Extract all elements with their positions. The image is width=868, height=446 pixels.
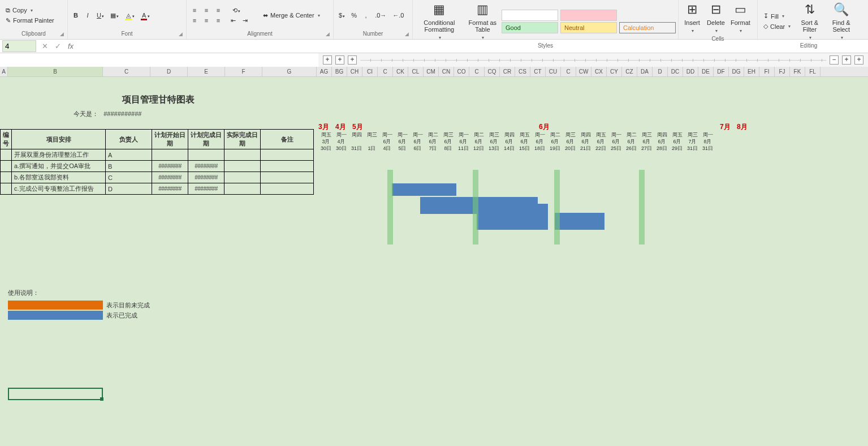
col-header[interactable]: CO (454, 67, 469, 76)
delete-button[interactable]: ⊟Delete▾ (705, 1, 727, 35)
border-button[interactable]: ▦▾ (107, 11, 122, 20)
italic-button[interactable]: I (82, 11, 93, 20)
style-calculation[interactable]: Calculation (619, 22, 676, 33)
style-good[interactable]: Good (502, 22, 558, 33)
insert-button[interactable]: ⊞Insert▾ (681, 1, 703, 35)
col-header[interactable]: FK (790, 67, 805, 76)
col-header[interactable]: E (188, 67, 225, 76)
col-header[interactable]: BG (332, 67, 347, 76)
copy-button[interactable]: ⧉Copy▾ (2, 6, 58, 15)
col-header[interactable]: DE (698, 67, 714, 76)
col-header[interactable]: CT (530, 67, 546, 76)
col-header[interactable]: FI (759, 67, 775, 76)
currency-button[interactable]: $▾ (336, 11, 348, 20)
align-right-button[interactable]: ≡ (213, 16, 224, 25)
col-header[interactable]: CL (408, 67, 424, 76)
percent-button[interactable]: % (348, 11, 360, 20)
align-center-button[interactable]: ≡ (201, 16, 212, 25)
selected-cell[interactable] (8, 388, 103, 400)
col-header[interactable]: FL (805, 67, 821, 76)
th-plan-end[interactable]: 计划完成日期 (188, 130, 224, 149)
fill-color-button[interactable]: ◬▾ (122, 11, 137, 20)
align-top-button[interactable]: ≡ (189, 6, 200, 15)
merge-center-button[interactable]: ⬌Merge & Center▾ (260, 11, 323, 20)
col-header[interactable]: DG (729, 67, 744, 76)
format-as-table-button[interactable]: ▥Format as Table▾ (465, 1, 500, 41)
col-header[interactable]: C (103, 67, 150, 76)
outline-expand-button[interactable]: + (842, 55, 851, 65)
col-header[interactable]: EH (744, 67, 759, 76)
outline-expand-button[interactable]: + (335, 55, 344, 65)
th-remark[interactable]: 备注 (261, 130, 314, 149)
col-header[interactable]: C (469, 67, 485, 76)
col-header[interactable]: CK (393, 67, 408, 76)
fx-icon[interactable]: fx (64, 42, 77, 50)
align-bottom-button[interactable]: ≡ (213, 6, 224, 15)
table-row[interactable]: c.完成公司专项整治工作报告D################ (1, 183, 314, 195)
col-header[interactable]: CY (607, 67, 622, 76)
decrease-indent-button[interactable]: ⇤ (227, 16, 239, 25)
style-bad[interactable] (560, 10, 617, 21)
col-header[interactable]: C (378, 67, 393, 76)
th-actual-end[interactable]: 实际完成日期 (224, 130, 261, 149)
conditional-formatting-button[interactable]: ▦Conditional Formatting▾ (415, 1, 464, 41)
fill-button[interactable]: ↧Fill▾ (760, 11, 794, 21)
col-header[interactable]: DC (668, 67, 683, 76)
cancel-formula-icon[interactable]: ✕ (38, 41, 51, 52)
bold-button[interactable]: B (70, 11, 81, 20)
table-row[interactable]: a.撰写通知，并提交OA审批B################ (1, 161, 314, 172)
task-table[interactable]: 编号 项目安排 负责人 计划开始日期 计划完成日期 实际完成日期 备注 开展双重… (0, 129, 314, 195)
th-task[interactable]: 项目安排 (12, 130, 106, 149)
decrease-decimal-button[interactable]: ←.0 (390, 11, 407, 20)
outline-expand-button[interactable]: + (348, 55, 357, 65)
col-header[interactable]: A (0, 67, 8, 76)
col-header[interactable]: CS (515, 67, 530, 76)
col-header[interactable]: F (225, 67, 262, 76)
col-header[interactable]: G (262, 67, 317, 76)
col-header[interactable]: DF (714, 67, 729, 76)
col-header[interactable]: CZ (622, 67, 637, 76)
col-header[interactable]: CN (439, 67, 454, 76)
col-header[interactable]: AG (317, 67, 332, 76)
table-row[interactable]: 开展双重身份清理整治工作A (1, 149, 314, 161)
col-header[interactable]: D (653, 67, 668, 76)
format-painter-button[interactable]: ✎Format Painter (2, 16, 58, 25)
outline-expand-button[interactable]: + (323, 55, 332, 65)
col-header[interactable]: CM (424, 67, 439, 76)
col-header[interactable]: CW (576, 67, 591, 76)
find-select-button[interactable]: 🔍Find & Select▾ (825, 1, 857, 41)
orientation-button[interactable]: ⟲▾ (230, 6, 243, 15)
dialog-launcher-icon[interactable]: ◢ (405, 31, 409, 37)
col-header[interactable]: FJ (775, 67, 790, 76)
col-header[interactable]: CR (500, 67, 515, 76)
font-color-button[interactable]: A▾ (138, 11, 153, 20)
underline-button[interactable]: U▾ (94, 11, 107, 20)
dialog-launcher-icon[interactable]: ◢ (326, 31, 330, 37)
comma-button[interactable]: , (360, 11, 372, 20)
col-header[interactable]: CH (347, 67, 362, 76)
col-header[interactable]: D (150, 67, 188, 76)
sort-filter-button[interactable]: ⇅Sort & Filter▾ (795, 1, 824, 41)
increase-indent-button[interactable]: ⇥ (239, 16, 251, 25)
format-button[interactable]: ▭Format▾ (728, 1, 753, 35)
col-header[interactable]: B (8, 67, 103, 76)
th-plan-start[interactable]: 计划开始日期 (152, 130, 188, 149)
style-neutral[interactable]: Neutral (560, 22, 617, 33)
col-header[interactable]: CI (362, 67, 378, 76)
dialog-launcher-icon[interactable]: ◢ (60, 31, 64, 37)
align-middle-button[interactable]: ≡ (201, 6, 212, 15)
col-header[interactable]: C (561, 67, 576, 76)
accept-formula-icon[interactable]: ✓ (51, 41, 64, 52)
name-box[interactable] (2, 40, 36, 52)
worksheet[interactable]: + + + − + + A B C D E F G AGBGCHCICCKCLC… (0, 53, 868, 446)
col-header[interactable]: CU (546, 67, 561, 76)
clear-button[interactable]: ◇Clear▾ (760, 22, 794, 31)
style-normal[interactable] (502, 10, 558, 21)
dialog-launcher-icon[interactable]: ◢ (179, 31, 183, 37)
col-header[interactable]: DA (637, 67, 653, 76)
outline-collapse-button[interactable]: − (830, 55, 839, 65)
align-left-button[interactable]: ≡ (189, 16, 200, 25)
col-header[interactable]: DD (683, 67, 698, 76)
th-owner[interactable]: 负责人 (106, 130, 152, 149)
col-header[interactable]: CX (591, 67, 607, 76)
